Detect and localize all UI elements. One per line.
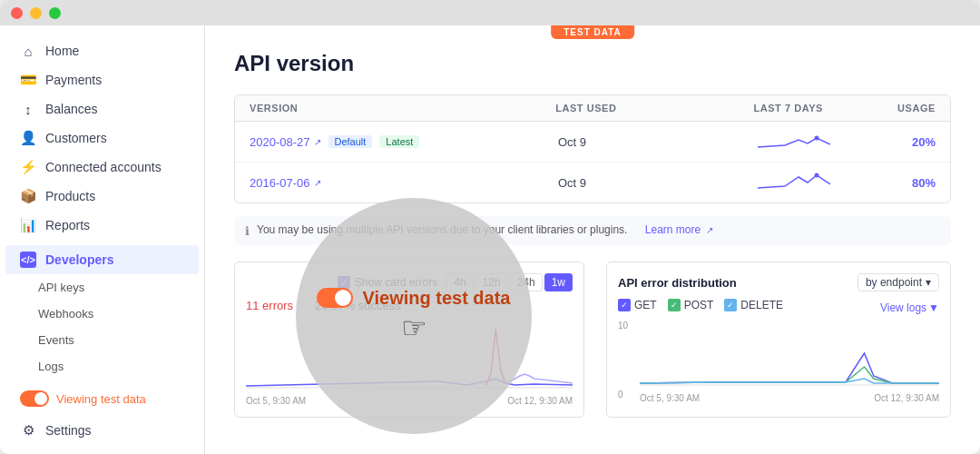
- legend-row: ✓ GET ✓ POST ✓ DELETE: [618, 299, 939, 317]
- products-icon: 📦: [20, 188, 36, 204]
- version-link-2[interactable]: 2016-07-06 ↗: [250, 176, 321, 190]
- main-content: TEST DATA API version VERSION LAST USED …: [205, 25, 980, 454]
- test-data-toggle[interactable]: [20, 390, 49, 407]
- svg-point-1: [815, 173, 819, 178]
- table-cell-version-2: 2016-07-06 ↗: [250, 176, 558, 190]
- connected-accounts-icon: ⚡: [20, 159, 36, 175]
- time-btn-1w[interactable]: 1w: [544, 273, 573, 291]
- info-icon: ℹ: [245, 224, 250, 238]
- right-chart-section: API error distribution by endpoint ▾ ✓ G…: [606, 262, 951, 418]
- overlay-toggle-row: Viewing test data: [317, 288, 510, 309]
- legend-post: ✓ POST: [668, 299, 714, 311]
- cursor-hand-icon: ☞: [401, 311, 427, 345]
- delete-check[interactable]: ✓: [724, 299, 737, 311]
- sparkline-1: [758, 131, 830, 149]
- x-label-start: Oct 5, 9:30 AM: [246, 396, 306, 406]
- titlebar: [0, 0, 980, 25]
- table-cell-lastused-2: Oct 9: [558, 176, 758, 190]
- filter-icon: ▼: [928, 301, 939, 314]
- sidebar-sub-label: Logs: [38, 360, 64, 373]
- sidebar-item-settings[interactable]: ⚙ Settings: [5, 416, 199, 445]
- overlay-toggle-knob: [335, 290, 351, 306]
- default-badge: Default: [328, 135, 373, 148]
- sidebar-item-label: Products: [45, 189, 95, 203]
- sidebar-item-events[interactable]: Events: [5, 327, 199, 353]
- table-cell-usage-2: 80%: [903, 176, 936, 190]
- sidebar-item-label: Home: [45, 44, 79, 58]
- sidebar-item-balances[interactable]: ↕ Balances: [5, 94, 199, 123]
- version-text: 2020-08-27: [250, 135, 310, 149]
- table-cell-lastused-1: Oct 9: [558, 135, 758, 149]
- learn-more-link[interactable]: Learn more ↗: [645, 223, 713, 236]
- viewing-test-data-overlay: Viewing test data ☞: [296, 198, 532, 434]
- table-row: 2016-07-06 ↗ Oct 9 80%: [235, 163, 950, 202]
- sidebar-item-products[interactable]: 📦 Products: [5, 182, 199, 211]
- page-title: API version: [234, 51, 951, 76]
- version-text-2: 2016-07-06: [250, 176, 310, 190]
- col-header-usage: USAGE: [897, 103, 936, 114]
- home-icon: ⌂: [20, 43, 36, 59]
- viewing-test-data-row[interactable]: Viewing test data: [5, 385, 199, 412]
- sidebar-item-label: Connected accounts: [45, 160, 162, 174]
- sidebar-item-webhooks[interactable]: Webhooks: [5, 301, 199, 327]
- sidebar-item-developers[interactable]: </> Developers: [5, 245, 199, 274]
- customers-icon: 👤: [20, 130, 36, 146]
- right-chart-svg: [640, 317, 939, 390]
- right-chart-inner: Oct 5, 9:30 AM Oct 12, 9:30 AM: [640, 317, 939, 403]
- maximize-button[interactable]: [49, 7, 61, 19]
- toggle-knob: [34, 392, 47, 405]
- version-link-1[interactable]: 2020-08-27 ↗: [250, 135, 321, 149]
- get-check[interactable]: ✓: [618, 299, 631, 311]
- sidebar-item-home[interactable]: ⌂ Home: [5, 36, 199, 65]
- legend-get: ✓ GET: [618, 299, 657, 311]
- x-label-end: Oct 12, 9:30 AM: [507, 396, 573, 406]
- sidebar-developers-label: Developers: [45, 252, 113, 267]
- settings-label: Settings: [45, 423, 92, 438]
- minimize-button[interactable]: [30, 7, 42, 19]
- col-header-lastused: LAST USED: [555, 103, 753, 114]
- developers-icon: </>: [20, 252, 36, 268]
- sidebar-sub-label: API keys: [38, 281, 84, 294]
- chart-legend: ✓ GET ✓ POST ✓ DELETE: [618, 299, 783, 311]
- overlay-toggle[interactable]: [317, 288, 353, 308]
- y-axis: 10 0: [618, 317, 636, 403]
- sidebar: ⌂ Home 💳 Payments ↕ Balances 👤 Customers…: [0, 25, 205, 454]
- table-cell-7days-2: [758, 172, 903, 193]
- test-data-banner: TEST DATA: [551, 25, 634, 39]
- sidebar-item-payments[interactable]: 💳 Payments: [5, 65, 199, 94]
- x-label-start-right: Oct 5, 9:30 AM: [640, 393, 700, 403]
- sidebar-sub-label: Webhooks: [38, 307, 93, 321]
- sparkline-2: [758, 172, 830, 190]
- svg-point-0: [815, 136, 819, 141]
- sidebar-item-label: Customers: [45, 131, 107, 145]
- sidebar-item-customers[interactable]: 👤 Customers: [5, 123, 199, 153]
- external-link-icon: ↗: [706, 225, 713, 235]
- reports-icon: 📊: [20, 217, 36, 233]
- post-check[interactable]: ✓: [668, 299, 681, 311]
- table-cell-usage-1: 20%: [903, 135, 936, 149]
- test-data-label: Viewing test data: [56, 392, 146, 406]
- col-header-7days: LAST 7 DAYS: [753, 103, 897, 114]
- api-version-table: VERSION LAST USED LAST 7 DAYS USAGE 2020…: [234, 94, 951, 203]
- sidebar-item-logs[interactable]: Logs: [5, 353, 199, 380]
- error-count: 11 errors: [246, 299, 293, 312]
- sidebar-item-label: Balances: [45, 102, 98, 116]
- sidebar-item-api-keys[interactable]: API keys: [5, 274, 199, 301]
- close-button[interactable]: [11, 7, 23, 19]
- app-body: ⌂ Home 💳 Payments ↕ Balances 👤 Customers…: [0, 25, 980, 454]
- latest-badge: Latest: [379, 135, 419, 148]
- sidebar-item-connected-accounts[interactable]: ⚡ Connected accounts: [5, 153, 199, 182]
- sidebar-item-reports[interactable]: 📊 Reports: [5, 211, 199, 240]
- balances-icon: ↕: [20, 101, 36, 117]
- sidebar-item-label: Payments: [45, 73, 102, 87]
- endpoint-selector[interactable]: by endpoint ▾: [858, 273, 939, 291]
- payments-icon: 💳: [20, 72, 36, 88]
- view-logs-link[interactable]: View logs ▼: [880, 301, 939, 314]
- x-label-end-right: Oct 12, 9:30 AM: [874, 393, 939, 403]
- sidebar-item-label: Reports: [45, 218, 90, 232]
- right-chart-title: API error distribution: [618, 276, 737, 290]
- table-header: VERSION LAST USED LAST 7 DAYS USAGE: [235, 95, 950, 122]
- table-cell-7days-1: [758, 131, 903, 153]
- table-row: 2020-08-27 ↗ Default Latest Oct 9: [235, 122, 950, 163]
- col-header-version: VERSION: [250, 103, 555, 114]
